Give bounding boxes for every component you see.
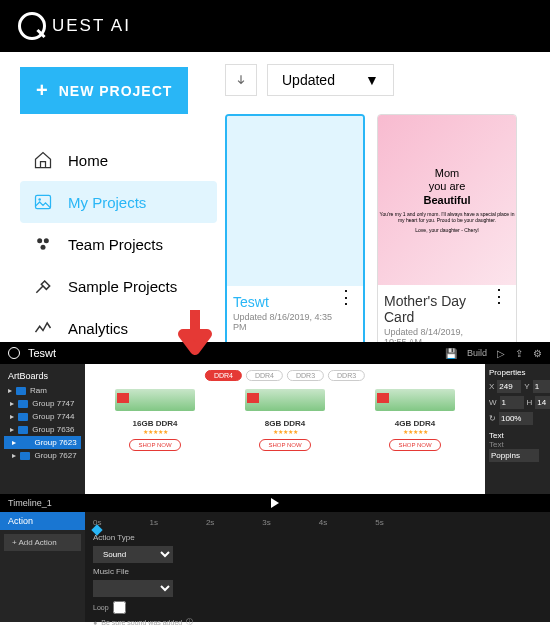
svg-point-1 (38, 198, 41, 201)
star-rating-icon: ★★★★★ (100, 428, 210, 435)
save-icon[interactable]: 💾 (445, 348, 457, 359)
editor-title: Teswt (28, 347, 437, 359)
prop-pct-input[interactable] (499, 412, 533, 425)
play-bar: Timeline_1 (0, 494, 550, 512)
add-action-button[interactable]: + Add Action (4, 534, 81, 551)
sidebar-item-team-projects[interactable]: Team Projects (20, 223, 217, 265)
properties-panel: Properties XY WH ↻ Text Text (485, 364, 550, 494)
sort-field-select[interactable]: Updated ▼ (267, 64, 394, 96)
folder-icon (18, 400, 28, 408)
tree-item[interactable]: ▸ Group 7623 (4, 436, 81, 449)
prop-h-input[interactable] (535, 396, 550, 409)
card-thumbnail: Momyou areBeautiful You're my 1 and only… (378, 115, 516, 285)
card-date: Updated 8/16/2019, 4:35 PM (233, 312, 335, 332)
filter-pill[interactable]: DDR4 (205, 370, 242, 381)
logo-mark-icon (18, 12, 46, 40)
ram-image (115, 389, 195, 411)
folder-icon (18, 413, 28, 421)
filter-pill[interactable]: DDR3 (287, 370, 324, 381)
project-cards: Teswt Updated 8/16/2019, 4:35 PM ⋮ Momyo… (225, 114, 540, 356)
timeline-panel: Action + Add Action 0s1s2s3s4s5s Action … (0, 512, 550, 622)
project-card[interactable]: Teswt Updated 8/16/2019, 4:35 PM ⋮ (225, 114, 365, 356)
timeline-ruler: 0s1s2s3s4s5s (93, 516, 542, 529)
sidebar-item-home[interactable]: Home (20, 139, 217, 181)
prop-y-input[interactable] (533, 380, 550, 393)
svg-point-2 (37, 238, 42, 243)
ram-image (245, 389, 325, 411)
build-button[interactable]: Build (467, 348, 487, 358)
product-item: 16GB DDR4 ★★★★★ SHOP NOW (100, 389, 210, 489)
hammer-icon (32, 275, 54, 297)
folder-icon (20, 452, 30, 460)
font-select[interactable] (489, 449, 539, 462)
filter-pill[interactable]: DDR4 (246, 370, 283, 381)
sidebar-item-my-projects[interactable]: My Projects (20, 181, 217, 223)
caret-down-icon: ▼ (365, 72, 379, 88)
folder-icon (20, 439, 30, 447)
card-thumbnail (227, 116, 363, 286)
svg-rect-0 (36, 195, 51, 208)
editor-top-bar: Teswt 💾 Build ▷ ⇪ ⚙ (0, 342, 550, 364)
product-item: 8GB DDR4 ★★★★★ SHOP NOW (230, 389, 340, 489)
star-rating-icon: ★★★★★ (230, 428, 340, 435)
share-icon[interactable]: ⇪ (515, 348, 523, 359)
plus-icon: + (36, 79, 49, 102)
card-menu-button[interactable]: ⋮ (488, 293, 510, 300)
filter-pill[interactable]: DDR3 (328, 370, 365, 381)
svg-point-3 (44, 238, 49, 243)
brand-logo: UEST AI (18, 12, 131, 40)
sidebar: + NEW PROJECT Home My Projects Team Proj… (0, 52, 225, 342)
sidebar-item-sample-projects[interactable]: Sample Projects (20, 265, 217, 307)
sort-direction-button[interactable] (225, 64, 257, 96)
ram-image (375, 389, 455, 411)
tree-item[interactable]: ▸ Group 7744 (4, 410, 81, 423)
editor-logo-icon (8, 347, 20, 359)
toolbar: Updated ▼ (225, 64, 540, 96)
folder-icon (18, 426, 28, 434)
star-rating-icon: ★★★★★ (360, 428, 470, 435)
tree-item[interactable]: ▸ Group 7636 (4, 423, 81, 436)
new-project-button[interactable]: + NEW PROJECT (20, 67, 188, 114)
tree-item[interactable]: ▸ Group 7627 (4, 449, 81, 462)
gear-icon[interactable]: ⚙ (533, 348, 542, 359)
play-button[interactable] (271, 498, 279, 508)
red-arrow-icon (175, 310, 215, 360)
card-title: Teswt (233, 294, 335, 310)
card-title: Mother's Day Card (384, 293, 488, 325)
arrow-down-icon (234, 73, 248, 87)
editor-window: Teswt 💾 Build ▷ ⇪ ⚙ ArtBoards ▸ Ram ▸ Gr… (0, 342, 550, 622)
analytics-icon (32, 317, 54, 339)
shop-now-button[interactable]: SHOP NOW (129, 439, 180, 451)
card-menu-button[interactable]: ⋮ (335, 294, 357, 301)
team-icon (32, 233, 54, 255)
shop-now-button[interactable]: SHOP NOW (259, 439, 310, 451)
play-icon[interactable]: ▷ (497, 348, 505, 359)
brand-text: UEST AI (52, 16, 131, 36)
image-icon (32, 191, 54, 213)
tree-item[interactable]: ▸ Ram (4, 384, 81, 397)
shop-now-button[interactable]: SHOP NOW (389, 439, 440, 451)
loop-checkbox[interactable] (113, 601, 126, 614)
folder-icon (16, 387, 26, 395)
canvas[interactable]: DDR4 DDR4 DDR3 DDR3 16GB DDR4 ★★★★★ SHOP… (85, 364, 485, 494)
content-area: Updated ▼ Teswt Updated 8/16/2019, 4:35 … (225, 52, 550, 342)
music-file-select[interactable] (93, 580, 173, 597)
product-item: 4GB DDR4 ★★★★★ SHOP NOW (360, 389, 470, 489)
tree-item[interactable]: ▸ Group 7747 (4, 397, 81, 410)
top-bar: UEST AI (0, 0, 550, 52)
artboards-panel: ArtBoards ▸ Ram ▸ Group 7747 ▸ Group 774… (0, 364, 85, 494)
prop-w-input[interactable] (500, 396, 524, 409)
new-project-label: NEW PROJECT (59, 83, 173, 99)
project-card[interactable]: Momyou areBeautiful You're my 1 and only… (377, 114, 517, 356)
svg-point-4 (41, 245, 46, 250)
timeline-name: Timeline_1 (8, 498, 52, 508)
action-type-select[interactable]: Sound (93, 546, 173, 563)
prop-x-input[interactable] (497, 380, 521, 393)
home-icon (32, 149, 54, 171)
action-tab[interactable]: Action (0, 512, 85, 530)
